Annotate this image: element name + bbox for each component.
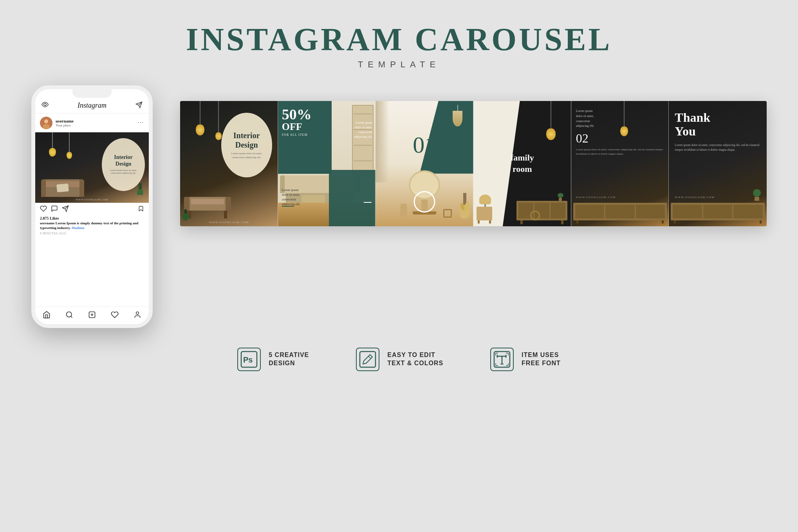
slide2-percent: 50% [282,107,312,122]
slide2-discount-text: 50% OFF FOR ALL ITEM [282,107,312,137]
feature-creative-design: Ps 5 CREATIVE DESIGN [237,348,309,371]
slide5-number: 02 [576,131,664,146]
svg-point-4 [44,119,48,123]
slide6-sideboard [671,203,765,220]
caption-username: username [40,221,55,225]
slide5-text2: Lorem ipsum dolor sit amet, consectetur … [576,148,664,156]
camera-icon [42,101,49,110]
slide3-teddy [400,206,407,216]
feature-creative-label: 5 CREATIVE DESIGN [269,351,309,368]
slide4-text: family room [511,152,534,175]
slide6-content: Thank You Lorem ipsum dolor sit amet, co… [675,111,761,152]
slide2-off: OFF [282,122,312,132]
slide6-text: Lorem ipsum dolor sit amet, consectetur … [675,143,761,152]
phone-screen: Instagram [35,89,149,324]
caption-text: Lorem Ipsum is simply dummy text of the … [40,221,138,230]
slide1-website: WWW.FOODGASM.COM [180,221,278,224]
content-area: Instagram [0,81,798,328]
feature-font-label: ITEM USES FREE FONT [522,351,561,368]
slide5-content: Lorem ipsumdolor sit amet,consecteturadi… [576,109,664,156]
plant [137,183,143,197]
ig-caption: username Lorem Ipsum is simply dummy tex… [35,220,149,231]
profile-nav-icon[interactable] [134,311,141,321]
bookmark-icon[interactable] [138,205,144,214]
post-location: Your place [56,123,135,127]
slide3-number: 01 [413,132,436,159]
svg-text:Ps: Ps [243,355,253,364]
carousel-container: Interior Design Lorem ipsum dolor sit am… [180,101,767,226]
post-title-line2: Design [116,161,131,167]
ig-likes: 2.875 Likes [35,216,149,220]
pillow [56,184,69,193]
post-description: Lorem ipsum dolor sit amet, consectetur … [106,169,141,175]
svg-rect-16 [360,352,376,367]
slide3-curtain-left [376,101,389,182]
carousel-slide-3: 01 [376,101,473,226]
search-nav-icon[interactable] [65,311,73,321]
slide1-pendant1 [196,101,204,135]
carousel-slide-1: Interior Design Lorem ipsum dolor sit am… [180,101,278,226]
plus-nav-icon[interactable] [88,311,96,321]
pendant-light-left [49,132,56,157]
ig-actions-left [40,205,69,214]
slide1-plant [182,209,189,220]
phone-container: Instagram [31,85,157,328]
sub-title: TEMPLATE [186,60,612,70]
slide6-title: Thank You [675,111,761,138]
slide2-dark-bottom [329,170,376,226]
post-title-line1: Interior [114,154,132,160]
home-nav-icon[interactable] [43,311,51,321]
photoshop-icon: Ps [237,348,261,371]
slide1-divider [278,101,278,226]
user-info: username Your place [56,119,135,127]
caption-hashtag: #fashion [72,226,85,230]
carousel-slide-2: 50% OFF FOR ALL ITEM Lorem ipsumdolor si… [278,101,376,226]
slide3-circle [414,191,435,213]
slide1-title: Interior Design [233,131,260,150]
slide4-pendant [546,101,556,140]
font-icon [490,348,514,371]
post-image: Interior Design Lorem ipsum dolor sit am… [35,132,149,203]
slide2-text2: Lorem ipsumdolor sit amet,consecteturadi… [354,121,372,139]
interior-design-badge: Interior Design Lorem ipsum dolor sit am… [102,138,145,191]
heart-nav-icon[interactable] [111,311,119,321]
carousel-slide-4: family room [473,101,571,226]
slide2-line-right [364,202,372,203]
svg-line-9 [71,316,72,317]
feature-edit: EASY TO EDIT TEXT & COLORS [356,348,443,371]
main-title: INSTAGRAM CAROUSEL [186,23,612,56]
feature-edit-label: EASY TO EDIT TEXT & COLORS [387,351,443,368]
slide2-line [282,206,294,207]
more-options-icon[interactable]: ··· [138,120,144,126]
slide4-basket [530,211,540,220]
phone-frame: Instagram [31,85,153,328]
share-icon[interactable] [62,205,69,214]
slide5-sideboard [573,203,667,220]
slide4-plant-small [558,193,563,201]
pencil-icon [356,348,379,371]
comment-icon[interactable] [51,205,58,214]
slide5-website: WWW.FOODGASM.COM [576,196,616,199]
slide5-divider [668,101,669,226]
ig-time: 8 MINUTES AGO [35,231,149,236]
slide1-pendant2 [215,101,222,140]
ig-post-header: username Your place ··· [35,114,149,132]
interior-design-oval: Interior Design Lorem ipsum dolor sit am… [221,113,272,177]
slide6-plant [753,189,761,201]
page-wrapper: INSTAGRAM CAROUSEL TEMPLATE Instagram [0,0,798,532]
svg-point-0 [44,103,46,106]
heart-icon[interactable] [40,205,47,214]
slide5-text1: Lorem ipsumdolor sit amet,consecteturadi… [576,109,664,129]
post-username: username [56,119,135,123]
slide4-sideboard [516,201,567,220]
slide2-divider [375,101,376,226]
svg-point-8 [67,312,72,317]
avatar [40,117,52,129]
send-icon [135,101,143,110]
slide3-plant [460,193,469,218]
slide1-desc: Lorem ipsum dolor sit amet, consectetur … [227,152,266,160]
instagram-logo: Instagram [78,101,107,110]
carousel-slide-6: Thank You Lorem ipsum dolor sit amet, co… [669,101,767,226]
header-section: INSTAGRAM CAROUSEL TEMPLATE [186,0,612,70]
phone-website: WWW.FOODGASM.COM [35,198,149,201]
